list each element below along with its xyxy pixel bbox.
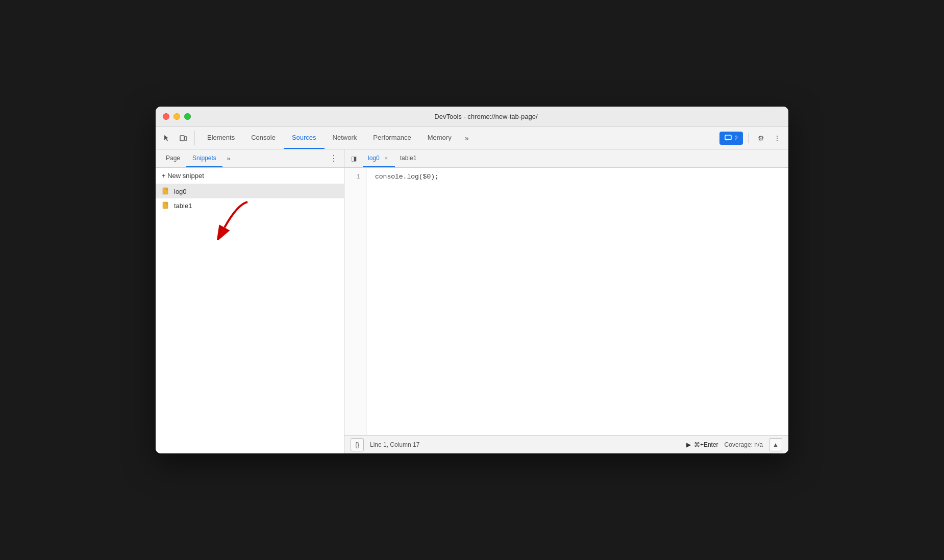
panel-tabs: Page Snippets » ⋮: [156, 149, 344, 168]
toolbar-icons: [160, 131, 195, 145]
line-numbers: 1: [344, 168, 367, 435]
minimize-button[interactable]: [173, 113, 180, 120]
close-button[interactable]: [163, 113, 169, 120]
maximize-button[interactable]: [184, 113, 191, 120]
snippet-file-icon-2: [162, 201, 170, 210]
editor-tab-log0[interactable]: log0 ×: [363, 149, 395, 167]
editor-navigator-button[interactable]: ◨: [346, 151, 361, 166]
snippet-file-icon: [162, 187, 170, 195]
window-title: DevTools - chrome://new-tab-page/: [191, 113, 781, 120]
tab-memory[interactable]: Memory: [419, 127, 460, 149]
run-button[interactable]: ▶ ⌘+Enter: [686, 441, 718, 448]
svg-rect-0: [180, 136, 184, 141]
status-bar: {} Line 1, Column 17 ▶ ⌘+Enter Coverage:…: [344, 435, 788, 453]
editor-tab-table1[interactable]: table1: [395, 149, 422, 167]
tab-network[interactable]: Network: [325, 127, 365, 149]
snippet-actions: + New snippet: [156, 168, 344, 184]
new-snippet-button[interactable]: + New snippet: [162, 172, 204, 180]
editor-tab-close-log0[interactable]: ×: [383, 155, 390, 162]
cursor-icon: [163, 134, 171, 142]
main-content: Page Snippets » ⋮ + New snippet: [156, 149, 788, 453]
panel-tab-snippets[interactable]: Snippets: [186, 149, 222, 167]
source-map-button[interactable]: ▲: [769, 438, 782, 451]
toolbar-separator: [748, 133, 749, 143]
settings-button[interactable]: ⚙: [754, 131, 768, 145]
coverage-label: Coverage: n/a: [725, 441, 763, 448]
tab-elements[interactable]: Elements: [199, 127, 243, 149]
svg-rect-4: [163, 188, 168, 194]
svg-rect-1: [185, 137, 187, 140]
editor-tabs: ◨ log0 × table1: [344, 149, 788, 168]
snippet-item-log0[interactable]: log0: [156, 184, 344, 198]
editor-area: 1 console.log($0);: [344, 168, 788, 435]
tab-console[interactable]: Console: [243, 127, 284, 149]
right-panel: ◨ log0 × table1 1 console.log($0);: [344, 149, 788, 453]
status-bar-left: {} Line 1, Column 17: [351, 438, 419, 451]
panel-kebab-button[interactable]: ⋮: [328, 152, 340, 165]
tab-sources[interactable]: Sources: [284, 127, 325, 149]
more-options-button[interactable]: ⋮: [770, 131, 784, 145]
panel-tab-page[interactable]: Page: [160, 149, 186, 167]
status-bar-right: ▶ ⌘+Enter Coverage: n/a ▲: [686, 438, 782, 451]
more-tabs-button[interactable]: »: [460, 131, 474, 145]
feedback-badge-button[interactable]: 2: [719, 132, 743, 145]
format-button[interactable]: {}: [351, 438, 364, 451]
tab-performance[interactable]: Performance: [365, 127, 419, 149]
panel-tab-more-button[interactable]: »: [222, 152, 235, 165]
device-toolbar-button[interactable]: [176, 131, 190, 145]
cursor-icon-button[interactable]: [160, 131, 174, 145]
line-number-1: 1: [344, 172, 360, 182]
snippet-list: log0 table1: [156, 184, 344, 453]
left-panel: Page Snippets » ⋮ + New snippet: [156, 149, 344, 453]
run-icon: ▶: [686, 441, 691, 448]
title-bar: DevTools - chrome://new-tab-page/: [156, 107, 788, 127]
snippet-item-table1[interactable]: table1: [156, 198, 344, 213]
traffic-lights: [163, 113, 191, 120]
run-shortcut: ⌘+Enter: [694, 441, 718, 448]
code-editor[interactable]: console.log($0);: [367, 168, 788, 435]
cursor-position: Line 1, Column 17: [370, 441, 419, 448]
toolbar-right: 2 ⚙ ⋮: [719, 131, 784, 145]
devtools-toolbar: Elements Console Sources Network Perform…: [156, 127, 788, 149]
device-icon: [179, 134, 187, 142]
svg-rect-5: [163, 202, 168, 209]
nav-tabs: Elements Console Sources Network Perform…: [199, 127, 719, 149]
comment-icon: [725, 135, 732, 142]
